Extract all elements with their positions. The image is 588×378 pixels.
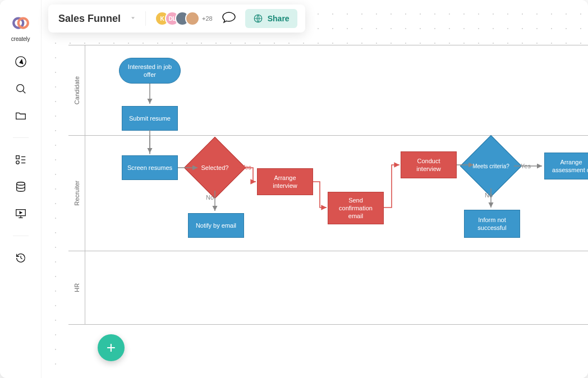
share-button-label: Share (268, 14, 290, 23)
swimlane-recruiter: Recruiter Screen resumes Selected? Yes N… (68, 135, 588, 251)
folder-icon[interactable] (13, 108, 28, 123)
node-selected-decision[interactable]: Selected? (193, 146, 237, 190)
presentation-icon[interactable] (13, 206, 28, 221)
lane-label: HR (74, 283, 80, 292)
rail-separator (13, 236, 29, 236)
plus-icon: + (107, 339, 116, 357)
svg-marker-3 (20, 59, 23, 63)
node-interested[interactable]: Interested in job offer (119, 58, 181, 84)
lane-header-hr[interactable]: HR (68, 251, 85, 324)
avatar[interactable] (185, 11, 200, 26)
lane-header-candidate[interactable]: Candidate (68, 45, 85, 135)
brand: creately (11, 13, 30, 42)
toolbar-divider (145, 11, 146, 26)
node-send-confirmation[interactable]: Send confirmation email (328, 192, 384, 224)
edge-label-yes: Yes (521, 163, 531, 169)
node-screen-resumes[interactable]: Screen resumes (122, 155, 178, 180)
svg-point-7 (16, 161, 19, 164)
share-button[interactable]: Share (245, 9, 297, 28)
lane-label: Recruiter (74, 181, 80, 206)
svg-rect-6 (16, 156, 19, 159)
svg-marker-15 (20, 211, 22, 214)
node-meets-criteria-decision[interactable]: Meets criteria? (469, 144, 513, 188)
avatar-overflow-count[interactable]: +28 (202, 15, 213, 22)
diagram-canvas[interactable]: Candidate Interested in job offer Submit… (68, 45, 588, 378)
svg-line-17 (21, 258, 22, 259)
shapes-panel-icon[interactable] (13, 153, 28, 167)
node-inform-not-successful[interactable]: Inform not successful (464, 210, 520, 238)
main-area: Sales Funnel K DL +28 Share (42, 0, 588, 378)
search-icon[interactable] (13, 81, 28, 96)
document-title[interactable]: Sales Funnel (58, 13, 121, 25)
node-arrange-interview[interactable]: Arrange interview (257, 168, 313, 195)
left-rail: creately (0, 0, 42, 378)
database-icon[interactable] (13, 179, 28, 194)
swimlane-container: Candidate Interested in job offer Submit… (68, 45, 588, 325)
rail-separator (13, 137, 29, 138)
add-fab-button[interactable]: + (98, 334, 125, 361)
node-arrange-assessment[interactable]: Arrange assessment d (544, 153, 588, 179)
lane-label: Candidate (74, 76, 80, 104)
node-conduct-interview[interactable]: Conduct interview (401, 151, 457, 178)
swimlane-hr: HR (68, 251, 588, 324)
compass-icon[interactable] (13, 54, 28, 69)
node-submit-resume[interactable]: Submit resume (122, 106, 178, 131)
top-toolbar: Sales Funnel K DL +28 Share (48, 4, 305, 33)
lane-header-recruiter[interactable]: Recruiter (68, 136, 85, 251)
chevron-down-icon[interactable] (130, 13, 136, 24)
brand-name: creately (11, 36, 30, 42)
comment-icon[interactable] (222, 11, 236, 26)
brand-logo-icon (11, 13, 30, 35)
swimlane-candidate: Candidate Interested in job offer Submit… (68, 45, 588, 135)
svg-marker-18 (131, 17, 135, 20)
history-icon[interactable] (13, 251, 28, 265)
collaborator-avatars[interactable]: K DL +28 (155, 11, 213, 26)
svg-line-5 (22, 91, 25, 94)
svg-point-4 (16, 85, 24, 92)
edge-label-no: No (485, 192, 493, 199)
edge-label-no: No (206, 194, 214, 201)
node-notify-email[interactable]: Notify by email (188, 213, 244, 238)
edge-label-yes: Yes (241, 164, 251, 170)
svg-point-11 (16, 182, 25, 186)
